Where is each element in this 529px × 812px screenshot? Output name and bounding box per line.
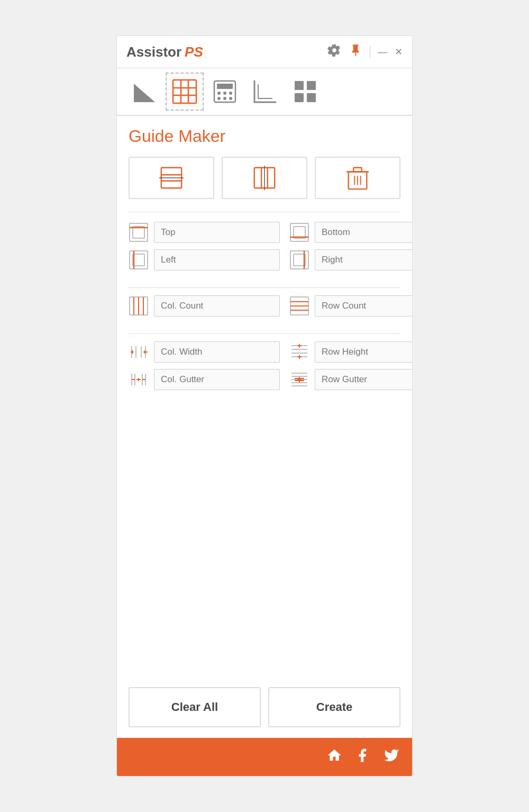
divider-1 xyxy=(129,287,400,288)
col-count-input[interactable] xyxy=(154,295,280,317)
svg-rect-33 xyxy=(133,227,144,238)
horizontal-guides-button[interactable] xyxy=(129,157,214,199)
title-controls: — ✕ xyxy=(327,43,403,60)
clear-all-button[interactable]: Clear All xyxy=(129,687,261,727)
svg-rect-41 xyxy=(290,251,308,269)
top-input-row xyxy=(129,222,280,243)
vertical-guides-button[interactable] xyxy=(222,157,307,199)
row-height-icon xyxy=(289,342,309,362)
svg-point-9 xyxy=(223,92,226,95)
row-count-icon xyxy=(289,296,309,316)
settings-icon[interactable] xyxy=(327,43,341,60)
col-gutter-input[interactable] xyxy=(154,369,280,390)
svg-rect-38 xyxy=(130,251,148,269)
app-title-area: Assistor PS xyxy=(126,44,203,60)
svg-rect-16 xyxy=(295,93,304,102)
svg-point-12 xyxy=(223,97,226,100)
divider-2 xyxy=(129,333,400,334)
svg-point-8 xyxy=(217,92,221,95)
svg-rect-42 xyxy=(294,254,305,266)
col-width-icon xyxy=(129,342,149,362)
col-width-input[interactable] xyxy=(154,341,280,363)
row-height-input-row xyxy=(289,341,413,363)
home-icon[interactable] xyxy=(326,747,342,767)
grid-tool-button[interactable] xyxy=(286,73,324,111)
svg-rect-35 xyxy=(290,223,308,241)
svg-rect-17 xyxy=(307,93,316,102)
bottom-input[interactable] xyxy=(315,222,413,243)
svg-point-13 xyxy=(229,97,232,100)
row-gutter-icon xyxy=(289,369,309,390)
close-button[interactable]: ✕ xyxy=(395,46,403,58)
sizing-grid xyxy=(129,341,400,390)
svg-point-10 xyxy=(229,92,232,95)
row-count-input[interactable] xyxy=(315,295,413,317)
top-input[interactable] xyxy=(154,222,280,243)
right-input[interactable] xyxy=(315,249,413,270)
svg-rect-1 xyxy=(173,80,196,103)
measure-tool-button[interactable] xyxy=(125,73,163,111)
footer xyxy=(117,738,412,776)
bottom-margin-icon xyxy=(289,222,309,242)
toolbar xyxy=(117,68,412,116)
minimize-button[interactable]: — xyxy=(378,47,387,58)
svg-point-11 xyxy=(217,97,221,100)
svg-rect-7 xyxy=(217,84,233,89)
svg-rect-15 xyxy=(307,81,316,90)
calculator-button[interactable] xyxy=(206,73,244,111)
svg-rect-36 xyxy=(294,227,305,238)
sizing-inputs xyxy=(129,341,400,400)
col-gutter-input-row xyxy=(129,369,280,390)
row-gutter-input[interactable] xyxy=(315,369,413,390)
margin-inputs xyxy=(129,212,400,280)
right-margin-icon xyxy=(289,250,309,270)
row-count-input-row xyxy=(289,295,413,317)
svg-rect-32 xyxy=(130,223,148,241)
left-input-row xyxy=(129,249,280,270)
col-width-input-row xyxy=(129,341,280,363)
svg-rect-39 xyxy=(133,254,144,266)
facebook-icon[interactable] xyxy=(355,747,371,767)
main-panel: Assistor PS — ✕ xyxy=(116,35,413,777)
top-margin-icon xyxy=(129,222,149,242)
delete-guides-button[interactable] xyxy=(315,157,400,199)
twitter-icon[interactable] xyxy=(384,747,399,767)
svg-marker-0 xyxy=(134,84,155,102)
app-name: Assistor xyxy=(126,44,181,60)
pin-icon[interactable] xyxy=(349,43,362,60)
col-gutter-icon xyxy=(129,369,149,390)
count-grid xyxy=(129,295,400,317)
title-bar: Assistor PS — ✕ xyxy=(117,36,412,68)
app-subtitle: PS xyxy=(185,44,203,60)
svg-rect-14 xyxy=(295,81,304,90)
corner-tool-button[interactable] xyxy=(246,73,284,111)
bottom-buttons: Clear All Create xyxy=(129,676,400,727)
left-margin-icon xyxy=(129,250,149,270)
row-height-input[interactable] xyxy=(315,341,413,363)
action-row xyxy=(129,157,400,199)
row-gutter-input-row xyxy=(289,369,413,390)
guide-maker-button[interactable] xyxy=(166,73,204,111)
separator xyxy=(370,46,370,58)
section-title: Guide Maker xyxy=(129,127,400,146)
svg-rect-28 xyxy=(353,168,361,172)
margin-grid xyxy=(129,222,400,270)
bottom-input-row xyxy=(289,222,413,243)
left-input[interactable] xyxy=(154,249,280,270)
count-inputs xyxy=(129,295,400,326)
right-input-row xyxy=(289,249,413,270)
create-button[interactable]: Create xyxy=(268,687,400,727)
col-count-input-row xyxy=(129,295,280,317)
col-count-icon xyxy=(129,296,149,316)
main-content: Guide Maker xyxy=(117,116,412,738)
